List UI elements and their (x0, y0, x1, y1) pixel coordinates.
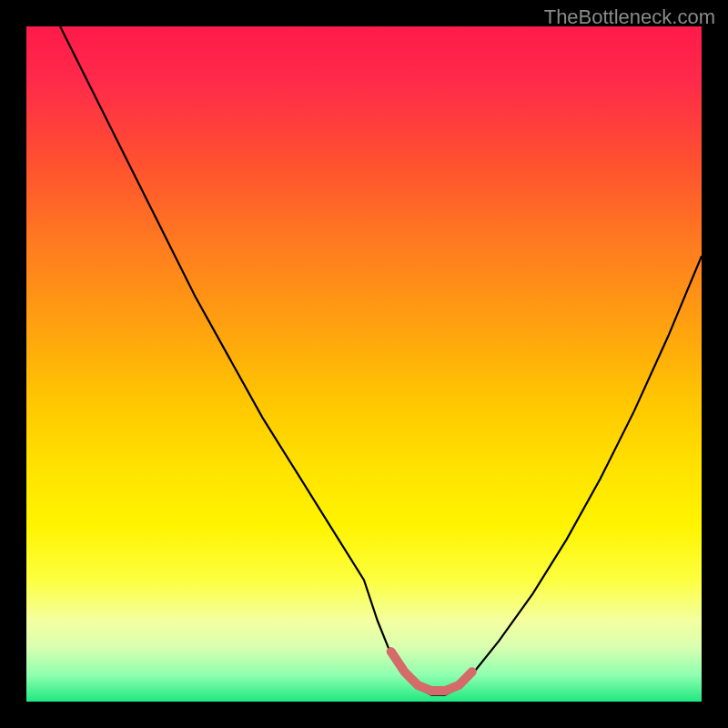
optimal-region-marker (391, 652, 472, 691)
chart-curve-svg (26, 26, 702, 702)
watermark-text: TheBottleneck.com (544, 5, 715, 29)
chart-plot-area (26, 26, 702, 702)
bottleneck-curve-line (60, 26, 702, 695)
